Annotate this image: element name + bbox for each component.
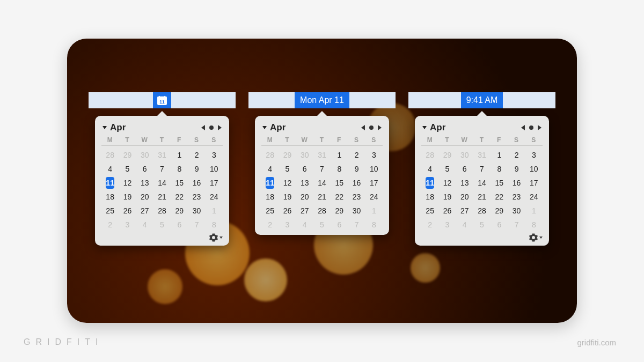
- day-cell[interactable]: 31: [473, 149, 491, 161]
- day-cell[interactable]: 16: [348, 177, 365, 189]
- day-cell[interactable]: 27: [136, 205, 153, 217]
- day-cell[interactable]: 8: [206, 219, 223, 231]
- day-cell[interactable]: 20: [456, 191, 473, 203]
- day-cell[interactable]: 8: [365, 219, 383, 231]
- day-cell[interactable]: 14: [473, 177, 491, 189]
- day-cell[interactable]: 3: [365, 149, 383, 161]
- day-cell[interactable]: 26: [119, 205, 136, 217]
- day-cell[interactable]: 4: [136, 219, 153, 231]
- day-cell[interactable]: 7: [153, 163, 171, 175]
- day-cell[interactable]: 29: [279, 149, 296, 161]
- day-cell[interactable]: 10: [365, 163, 383, 175]
- day-cell[interactable]: 6: [491, 219, 508, 231]
- day-cell[interactable]: 9: [348, 163, 365, 175]
- month-selector[interactable]: Apr: [103, 122, 126, 133]
- day-cell[interactable]: 14: [313, 177, 331, 189]
- next-month-button[interactable]: [538, 125, 541, 130]
- day-cell[interactable]: 19: [438, 191, 456, 203]
- day-cell[interactable]: 3: [438, 219, 456, 231]
- day-cell[interactable]: 1: [365, 205, 383, 217]
- calendar-icon[interactable]: 11: [157, 95, 167, 106]
- day-cell[interactable]: 1: [171, 149, 188, 161]
- day-cell[interactable]: 15: [331, 177, 348, 189]
- day-cell[interactable]: 24: [206, 191, 223, 203]
- day-cell[interactable]: 1: [525, 205, 543, 217]
- day-cell[interactable]: 2: [421, 219, 438, 231]
- day-cell[interactable]: 17: [525, 177, 543, 189]
- day-cell[interactable]: 28: [153, 205, 171, 217]
- day-cell[interactable]: 30: [456, 149, 473, 161]
- day-cell[interactable]: 2: [101, 219, 119, 231]
- day-cell[interactable]: 15: [171, 177, 188, 189]
- prev-month-button[interactable]: [521, 125, 525, 130]
- day-cell[interactable]: 1: [206, 205, 223, 217]
- day-cell[interactable]: 7: [313, 163, 331, 175]
- day-cell[interactable]: 25: [421, 205, 438, 217]
- settings-button[interactable]: [529, 233, 543, 242]
- day-cell[interactable]: 3: [279, 219, 296, 231]
- day-cell[interactable]: 7: [348, 219, 365, 231]
- day-cell[interactable]: 2: [261, 219, 279, 231]
- day-cell[interactable]: 30: [296, 149, 313, 161]
- day-cell[interactable]: 30: [136, 149, 153, 161]
- day-cell[interactable]: 13: [456, 177, 473, 189]
- day-cell[interactable]: 6: [171, 219, 188, 231]
- day-cell[interactable]: 29: [438, 149, 456, 161]
- day-cell[interactable]: 6: [136, 163, 153, 175]
- day-cell[interactable]: 3: [206, 149, 223, 161]
- day-cell[interactable]: 18: [261, 191, 279, 203]
- day-cell[interactable]: 5: [119, 163, 136, 175]
- day-cell[interactable]: 9: [188, 163, 205, 175]
- next-month-button[interactable]: [378, 125, 382, 130]
- day-cell[interactable]: 23: [348, 191, 365, 203]
- day-cell[interactable]: 13: [136, 177, 153, 189]
- day-cell[interactable]: 22: [331, 191, 348, 203]
- day-cell[interactable]: 28: [261, 149, 279, 161]
- day-cell[interactable]: 31: [153, 149, 171, 161]
- day-cell[interactable]: 4: [101, 163, 119, 175]
- day-cell[interactable]: 25: [101, 205, 119, 217]
- day-cell[interactable]: 21: [313, 191, 331, 203]
- day-cell[interactable]: 6: [331, 219, 348, 231]
- gear-icon[interactable]: [529, 233, 538, 242]
- day-cell[interactable]: 19: [119, 191, 136, 203]
- day-cell[interactable]: 1: [331, 149, 348, 161]
- day-cell[interactable]: 21: [153, 191, 171, 203]
- day-cell[interactable]: 29: [171, 205, 188, 217]
- day-cell[interactable]: 4: [296, 219, 313, 231]
- day-cell[interactable]: 22: [171, 191, 188, 203]
- day-cell[interactable]: 26: [438, 205, 456, 217]
- day-cell[interactable]: 16: [508, 177, 525, 189]
- day-cell[interactable]: 29: [331, 205, 348, 217]
- day-cell[interactable]: 22: [491, 191, 508, 203]
- day-cell[interactable]: 21: [473, 191, 491, 203]
- day-cell[interactable]: 7: [473, 163, 491, 175]
- day-cell[interactable]: 2: [188, 149, 205, 161]
- day-cell[interactable]: 24: [365, 191, 383, 203]
- day-cell[interactable]: 20: [296, 191, 313, 203]
- prev-month-button[interactable]: [201, 125, 205, 130]
- day-cell[interactable]: 17: [365, 177, 383, 189]
- day-cell[interactable]: 6: [296, 163, 313, 175]
- next-month-button[interactable]: [218, 125, 222, 130]
- day-cell[interactable]: 28: [313, 205, 331, 217]
- day-cell[interactable]: 29: [491, 205, 508, 217]
- day-cell[interactable]: 28: [101, 149, 119, 161]
- day-cell[interactable]: 4: [456, 219, 473, 231]
- day-cell[interactable]: 27: [456, 205, 473, 217]
- day-cell[interactable]: 28: [473, 205, 491, 217]
- day-cell[interactable]: 15: [491, 177, 508, 189]
- day-cell[interactable]: 10: [525, 163, 543, 175]
- day-cell[interactable]: 1: [491, 149, 508, 161]
- day-cell[interactable]: 12: [279, 177, 296, 189]
- day-cell[interactable]: 5: [473, 219, 491, 231]
- day-cell[interactable]: 5: [438, 163, 456, 175]
- today-button[interactable]: [529, 125, 533, 130]
- menubar-icon-item[interactable]: 11: [153, 92, 171, 108]
- day-cell-today[interactable]: 11: [106, 177, 114, 189]
- day-cell[interactable]: 6: [456, 163, 473, 175]
- day-cell[interactable]: 30: [348, 205, 365, 217]
- day-cell[interactable]: 29: [119, 149, 136, 161]
- day-cell[interactable]: 12: [438, 177, 456, 189]
- day-cell-today[interactable]: 11: [426, 177, 434, 189]
